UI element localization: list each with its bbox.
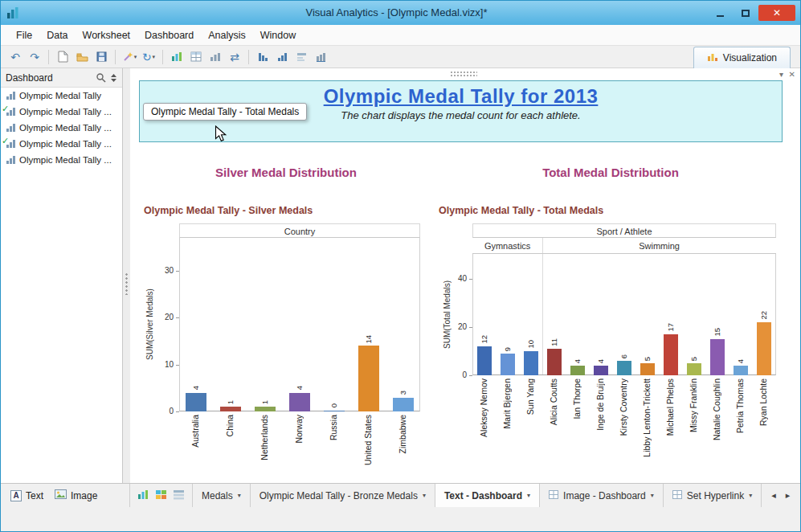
menu-window[interactable]: Window: [253, 27, 303, 44]
category-label: Kirsty Coventry: [619, 379, 629, 436]
bar-norway[interactable]: [289, 393, 310, 411]
bar-inge-de-bruijn[interactable]: [594, 366, 608, 375]
search-icon[interactable]: [96, 72, 106, 83]
add-chart-icon[interactable]: [168, 48, 186, 66]
maximize-button[interactable]: [734, 5, 757, 21]
add-crosstab-icon[interactable]: [187, 48, 205, 66]
value-label: 4: [736, 359, 746, 363]
toolbar-separator: [162, 50, 163, 64]
export-icon[interactable]: [73, 48, 91, 66]
menu-file[interactable]: File: [9, 27, 39, 44]
silver-chart-title: Olympic Medal Tally - Silver Medals: [144, 205, 313, 216]
visualization-label: Visualization: [723, 52, 777, 63]
tab-caret-icon[interactable]: ▾: [238, 492, 241, 499]
tab-label: Set Hyperlink: [687, 490, 744, 501]
tab-caret-icon[interactable]: ▾: [651, 492, 654, 499]
tab-prev-icon[interactable]: ◂: [771, 490, 776, 501]
bar-michael-phelps[interactable]: [664, 334, 678, 375]
titlebar[interactable]: Visual Analytics - [Olympic Medal.vizx]*…: [1, 1, 800, 25]
silver-medals-chart[interactable]: Country0102030SUM(Silver Medals)4Austral…: [141, 223, 422, 474]
value-label: 12: [480, 335, 489, 344]
bar-alicia-coutts[interactable]: [547, 349, 562, 375]
sort-ascending-icon[interactable]: [273, 48, 291, 66]
sort-descending-icon[interactable]: [254, 48, 272, 66]
new-dashboard-icon[interactable]: [155, 489, 167, 503]
category-label: Ian Thorpe: [572, 379, 582, 419]
total-medals-chart[interactable]: Sport / AthleteGymnasticsSwimming02040SU…: [439, 223, 779, 474]
app-icon: [6, 6, 21, 19]
undo-icon[interactable]: ↶: [6, 48, 24, 66]
menu-dashboard[interactable]: Dashboard: [137, 27, 201, 44]
bar-russia[interactable]: [324, 411, 345, 412]
add-report-icon[interactable]: [206, 48, 224, 66]
totals-icon[interactable]: [312, 48, 329, 66]
tab-image-dashboard[interactable]: Image - Dashboard ▾: [540, 484, 664, 507]
bar-ryan-lochte[interactable]: [757, 322, 771, 375]
splitter-grip-icon[interactable]: [125, 272, 128, 295]
y-tick-mark: [469, 375, 472, 376]
sidebar-item[interactable]: ✓ Olympic Medal Tally ...: [1, 136, 122, 152]
bar-sun-yang[interactable]: [524, 351, 538, 375]
bar-marit-bjergen[interactable]: [501, 354, 515, 375]
bar-china[interactable]: [220, 407, 241, 411]
panel-close-icon[interactable]: ✕: [789, 70, 795, 80]
panel-chevron-down-icon[interactable]: ▾: [779, 70, 783, 80]
bar-ian-thorpe[interactable]: [570, 366, 585, 375]
redo-icon[interactable]: ↷: [26, 48, 43, 66]
swap-axes-icon[interactable]: ⇄: [226, 48, 243, 66]
visualization-tab[interactable]: Visualization: [693, 47, 791, 68]
bar-zimbabwe[interactable]: [393, 398, 414, 412]
text-object-button[interactable]: A Text: [10, 490, 43, 501]
visualization-icon: [707, 52, 718, 64]
sidebar-item[interactable]: ✓ Olympic Medal Tally ...: [1, 104, 122, 120]
value-label: 0: [329, 403, 339, 407]
sidebar-item-label: Olympic Medal Tally ...: [19, 139, 112, 149]
save-icon[interactable]: [92, 48, 110, 66]
tab-caret-icon[interactable]: ▾: [423, 492, 426, 499]
bar-australia[interactable]: [186, 393, 206, 411]
minimize-button[interactable]: [709, 5, 732, 21]
bar-libby-lenton-trickett[interactable]: [640, 363, 655, 375]
bar-missy-franklin[interactable]: [687, 363, 701, 375]
panel-drag-grip-icon[interactable]: [450, 71, 477, 77]
y-axis-label: SUM(Total Medals): [443, 254, 452, 375]
tab-label: Text - Dashboard: [444, 490, 522, 501]
bar-natalie-coughlin[interactable]: [710, 339, 725, 375]
close-button[interactable]: ✕: [758, 5, 795, 21]
bar-netherlands[interactable]: [255, 407, 276, 411]
tab-caret-icon[interactable]: ▾: [749, 492, 752, 499]
new-worksheet-icon[interactable]: [137, 489, 149, 503]
sidebar-item[interactable]: Olympic Medal Tally: [1, 88, 122, 104]
new-file-icon[interactable]: [54, 48, 72, 66]
bar-kirsty-coventry[interactable]: [617, 361, 631, 375]
menu-analysis[interactable]: Analysis: [201, 27, 253, 44]
refresh-icon[interactable]: ↻▾: [140, 48, 157, 66]
category-label: Aleksey Nemov: [479, 379, 489, 437]
new-report-icon[interactable]: [173, 489, 185, 503]
category-label: Netherlands: [260, 415, 270, 460]
sidebar-item[interactable]: Olympic Medal Tally ...: [1, 120, 122, 136]
bar-aleksey-nemov[interactable]: [477, 346, 492, 375]
tab-next-icon[interactable]: ▸: [786, 490, 791, 501]
tab-medals[interactable]: Medals ▾: [193, 484, 251, 507]
labels-icon[interactable]: [292, 48, 310, 66]
window-title: Visual Analytics - [Olympic Medal.vizx]*: [97, 1, 696, 25]
y-tick-label: 20: [450, 321, 467, 333]
bar-petria-thomas[interactable]: [734, 366, 748, 375]
format-wand-icon[interactable]: ▾: [121, 48, 138, 66]
image-icon: [55, 489, 67, 501]
sidebar-item[interactable]: Olympic Medal Tally ...: [1, 152, 122, 168]
tab-set-hyperlink[interactable]: Set Hyperlink ▾: [664, 484, 762, 507]
image-object-button[interactable]: Image: [55, 489, 97, 501]
menu-data[interactable]: Data: [39, 27, 75, 44]
y-tick-mark: [469, 279, 472, 280]
category-label: Michael Phelps: [665, 379, 676, 436]
tab-caret-icon[interactable]: ▾: [527, 492, 530, 499]
y-tick-mark: [176, 271, 179, 272]
tab-text-dashboard[interactable]: Text - Dashboard ▾: [435, 484, 540, 507]
tab-bronze-medals[interactable]: Olympic Medal Tally - Bronze Medals ▾: [251, 484, 435, 507]
sort-toggle-icon[interactable]: [110, 73, 117, 83]
bar-united-states[interactable]: [358, 346, 379, 411]
menu-worksheet[interactable]: Worksheet: [76, 27, 138, 44]
sidebar-splitter[interactable]: [123, 68, 130, 483]
